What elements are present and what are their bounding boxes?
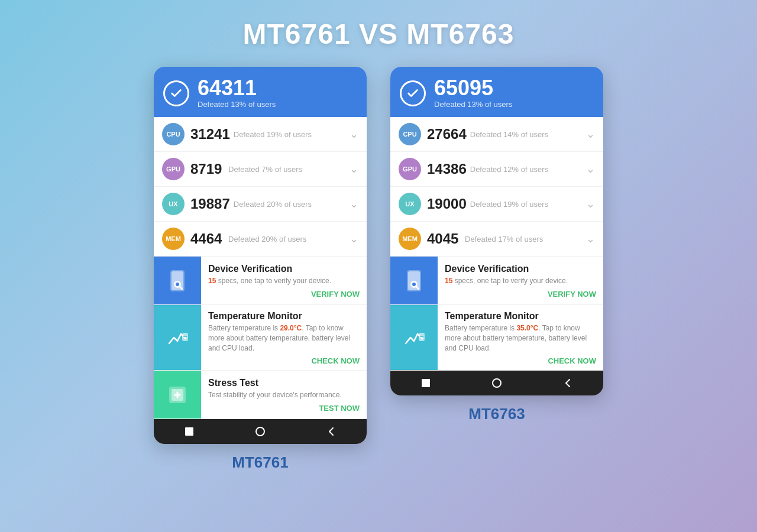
left-nav-back[interactable] (325, 425, 338, 438)
left-score-row-mem[interactable]: MEM 4464 Defeated 20% of users ⌄ (154, 222, 367, 257)
right-verify-content: Device Verification 15 specs, one tap to… (438, 257, 603, 304)
left-nav-bar (154, 419, 367, 444)
left-stress-content: Stress Test Test stability of your devic… (201, 371, 367, 419)
left-temp-icon-area (154, 305, 201, 370)
left-gpu-defeated: Defeated 7% of users (228, 165, 347, 174)
right-verify-icon-area (390, 257, 438, 304)
right-mem-badge: MEM (399, 228, 421, 250)
left-header-score: 64311 (198, 77, 276, 99)
left-stress-action[interactable]: TEST NOW (208, 404, 360, 413)
right-mem-defeated: Defeated 17% of users (465, 235, 584, 244)
right-score-row-mem[interactable]: MEM 4045 Defeated 17% of users ⌄ (390, 222, 603, 257)
right-gpu-defeated: Defeated 12% of users (470, 165, 584, 174)
right-verify-desc: 15 specs, one tap to verify your device. (445, 276, 596, 286)
left-cpu-score: 31241 (190, 126, 230, 142)
left-stress-card[interactable]: Stress Test Test stability of your devic… (154, 371, 367, 419)
right-nav-square[interactable] (419, 377, 432, 390)
right-verify-title: Device Verification (445, 264, 596, 274)
right-score-row-gpu[interactable]: GPU 14386 Defeated 12% of users ⌄ (390, 152, 603, 187)
left-check-circle (163, 80, 189, 106)
right-verify-action[interactable]: VERIFY NOW (445, 290, 596, 299)
left-gpu-score: 8719 (190, 161, 225, 177)
right-ux-chevron: ⌄ (586, 197, 595, 210)
right-temp-content: Temperature Monitor Battery temperature … (438, 305, 603, 370)
right-cpu-badge: CPU (399, 123, 421, 145)
svg-rect-5 (182, 333, 188, 341)
left-temp-card[interactable]: Temperature Monitor Battery temperature … (154, 305, 367, 371)
right-phone-header: 65095 Defeated 13% of users (390, 67, 603, 117)
right-gpu-score: 14386 (427, 161, 467, 177)
left-phone-header: 64311 Defeated 13% of users (154, 67, 367, 117)
left-mem-defeated: Defeated 20% of users (228, 235, 347, 244)
svg-rect-20 (422, 379, 430, 387)
left-verify-icon-area (154, 257, 201, 304)
left-mem-score: 4464 (190, 231, 225, 247)
svg-rect-18 (419, 333, 425, 341)
left-phone-frame: 64311 Defeated 13% of users CPU 31241 De… (154, 67, 367, 444)
right-check-circle (400, 80, 426, 106)
left-header-score-block: 64311 Defeated 13% of users (198, 77, 276, 109)
left-verify-icon (164, 268, 190, 294)
right-temp-title: Temperature Monitor (445, 311, 596, 322)
right-ux-defeated: Defeated 19% of users (470, 200, 584, 209)
left-verify-card[interactable]: Device Verification 15 specs, one tap to… (154, 257, 367, 305)
left-temp-title: Temperature Monitor (208, 311, 360, 322)
right-nav-circle[interactable] (490, 377, 503, 390)
right-score-row-ux[interactable]: UX 19000 Defeated 19% of users ⌄ (390, 187, 603, 222)
left-cpu-defeated: Defeated 19% of users (234, 130, 347, 139)
left-score-row-gpu[interactable]: GPU 8719 Defeated 7% of users ⌄ (154, 152, 367, 187)
left-mem-badge: MEM (162, 228, 185, 250)
right-score-row-cpu[interactable]: CPU 27664 Defeated 14% of users ⌄ (390, 117, 603, 152)
right-phone-label: MT6763 (468, 405, 525, 423)
left-stress-desc: Test stability of your device's performa… (208, 390, 360, 400)
left-score-row-ux[interactable]: UX 19887 Defeated 20% of users ⌄ (154, 187, 367, 222)
right-temp-icon (401, 325, 427, 351)
right-verify-card[interactable]: Device Verification 15 specs, one tap to… (390, 257, 603, 305)
right-header-score-block: 65095 Defeated 13% of users (434, 77, 512, 109)
right-phone-frame: 65095 Defeated 13% of users CPU 27664 De… (390, 67, 603, 395)
left-phone-wrapper: 64311 Defeated 13% of users CPU 31241 De… (154, 67, 367, 472)
right-header-defeated: Defeated 13% of users (434, 100, 512, 109)
right-header-score: 65095 (434, 77, 512, 99)
page-title: MT6761 VS MT6763 (243, 18, 515, 50)
left-ux-score: 19887 (190, 196, 230, 212)
left-score-row-cpu[interactable]: CPU 31241 Defeated 19% of users ⌄ (154, 117, 367, 152)
svg-point-21 (493, 379, 501, 387)
left-cpu-badge: CPU (162, 123, 185, 145)
devices-container: 64311 Defeated 13% of users CPU 31241 De… (154, 67, 603, 472)
right-phone-wrapper: 65095 Defeated 13% of users CPU 27664 De… (390, 67, 603, 423)
left-verify-action[interactable]: VERIFY NOW (208, 290, 360, 299)
right-cpu-score: 27664 (427, 126, 467, 142)
left-nav-square[interactable] (183, 425, 196, 438)
svg-rect-11 (185, 427, 193, 436)
left-ux-badge: UX (162, 193, 185, 215)
left-mem-chevron: ⌄ (350, 232, 358, 245)
right-gpu-badge: GPU (399, 158, 421, 180)
left-temp-content: Temperature Monitor Battery temperature … (201, 305, 367, 370)
left-header-defeated: Defeated 13% of users (198, 100, 276, 109)
left-cpu-chevron: ⌄ (350, 128, 358, 141)
left-temp-icon (164, 325, 190, 351)
left-gpu-badge: GPU (162, 158, 185, 180)
right-temp-action[interactable]: CHECK NOW (445, 356, 596, 365)
right-temp-card[interactable]: Temperature Monitor Battery temperature … (390, 305, 603, 371)
left-ux-defeated: Defeated 20% of users (234, 200, 347, 209)
right-cpu-defeated: Defeated 14% of users (470, 130, 584, 139)
right-nav-back[interactable] (561, 377, 574, 390)
right-mem-chevron: ⌄ (586, 232, 595, 245)
right-mem-score: 4045 (427, 231, 461, 247)
right-verify-icon (401, 268, 427, 294)
left-nav-circle[interactable] (254, 425, 267, 438)
right-ux-score: 19000 (427, 196, 467, 212)
left-stress-title: Stress Test (208, 378, 360, 388)
left-ux-chevron: ⌄ (350, 197, 358, 210)
svg-point-16 (412, 283, 416, 286)
left-temp-action[interactable]: CHECK NOW (208, 356, 360, 365)
right-temp-desc: Battery temperature is 35.0°C. Tap to kn… (445, 323, 596, 353)
right-ux-badge: UX (399, 193, 421, 215)
right-cpu-chevron: ⌄ (586, 128, 595, 141)
left-gpu-chevron: ⌄ (350, 163, 358, 176)
left-stress-icon (164, 382, 190, 408)
left-stress-icon-area (154, 371, 201, 419)
left-verify-desc: 15 specs, one tap to verify your device. (208, 276, 360, 286)
